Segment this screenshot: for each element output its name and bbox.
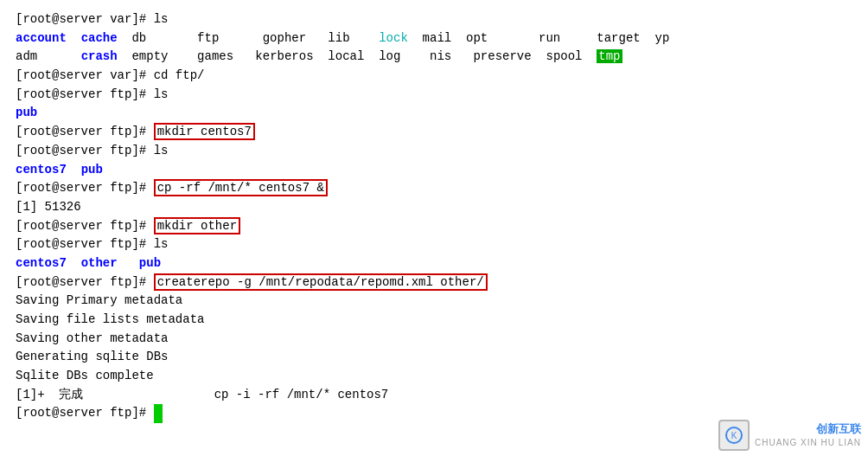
watermark-pinyin: CHUANG XIN HU LIAN xyxy=(755,437,861,448)
watermark-text: 创新互联 CHUANG XIN HU LIAN xyxy=(755,422,861,448)
dir-preserve: preserve xyxy=(473,49,531,63)
bg-job: [1] 51326 xyxy=(16,200,81,214)
dir-yp: yp xyxy=(655,31,670,45)
line-8: [root@server ftp]# ls xyxy=(16,142,852,161)
prompt: [root@server var]# xyxy=(16,68,154,82)
line-14: centos7 other pub xyxy=(16,254,852,273)
dir-adm: adm xyxy=(16,49,37,63)
dir-run: run xyxy=(539,31,560,45)
dir-gopher: gopher xyxy=(263,31,306,45)
dir-crash: crash xyxy=(81,49,118,63)
dir-other: other xyxy=(81,256,118,270)
line-12: [root@server ftp]# mkdir other xyxy=(16,217,852,236)
prompt: [root@server ftp]# xyxy=(16,406,154,420)
cursor xyxy=(154,404,163,423)
prompt: [root@server ftp]# xyxy=(16,219,154,233)
output-sqlite-complete: Sqlite DBs complete xyxy=(16,369,154,382)
cmd: ls xyxy=(154,12,169,26)
dir-pub: pub xyxy=(139,256,161,270)
watermark-logo-icon: K xyxy=(718,420,750,451)
dir-target: target xyxy=(597,31,640,45)
cmd-mkdir-centos7: mkdir centos7 xyxy=(154,123,255,140)
dir-centos7: centos7 xyxy=(16,256,67,270)
line-6: pub xyxy=(16,104,852,123)
cmd: ls xyxy=(154,237,169,251)
dir-pub: pub xyxy=(16,106,37,119)
line-1: [root@server var]# ls xyxy=(16,10,852,29)
prompt: [root@server ftp]# xyxy=(16,237,154,251)
line-3: adm crash empty games kerberos local log… xyxy=(16,48,852,67)
dir-ftp: ftp xyxy=(197,31,219,45)
line-17: Saving file lists metadata xyxy=(16,311,852,330)
dir-games: games xyxy=(197,49,233,63)
dir-cache: cache xyxy=(81,31,118,45)
output-saving-primary: Saving Primary metadata xyxy=(16,293,182,307)
dir-mail: mail xyxy=(423,31,452,45)
cmd-cp-centos7: cp -rf /mnt/* centos7 & xyxy=(154,179,328,196)
dir-lock: lock xyxy=(379,31,408,45)
dir-centos7: centos7 xyxy=(16,163,67,177)
line-2: account cache db ftp gopher lib lock mai… xyxy=(16,29,852,48)
line-13: [root@server ftp]# ls xyxy=(16,235,852,254)
output-bg-job-done: [1]+ 完成 cp -i -rf /mnt/* centos7 xyxy=(16,388,388,401)
cmd: ls xyxy=(154,87,169,101)
line-4: [root@server var]# cd ftp/ xyxy=(16,67,852,86)
prompt: [root@server ftp]# xyxy=(16,275,154,289)
cmd: ls xyxy=(154,144,169,157)
line-5: [root@server ftp]# ls xyxy=(16,86,852,105)
cmd-mkdir-other: mkdir other xyxy=(154,217,240,234)
dir-pub: pub xyxy=(81,163,103,177)
line-9: centos7 pub xyxy=(16,161,852,180)
line-16: Saving Primary metadata xyxy=(16,292,852,311)
dir-nis: nis xyxy=(430,49,451,63)
cmd: cd ftp/ xyxy=(154,68,205,82)
dir-opt: opt xyxy=(466,31,488,45)
line-11: [1] 51326 xyxy=(16,198,852,217)
dir-lib: lib xyxy=(328,31,349,45)
line-20: Sqlite DBs complete xyxy=(16,367,852,386)
dir-account: account xyxy=(16,31,67,45)
terminal: [root@server var]# ls account cache db f… xyxy=(9,7,859,427)
dir-db: db xyxy=(131,31,146,45)
svg-text:K: K xyxy=(731,431,737,440)
prompt: [root@server ftp]# xyxy=(16,144,154,157)
prompt: [root@server ftp]# xyxy=(16,87,154,101)
output-saving-file-lists: Saving file lists metadata xyxy=(16,312,204,326)
line-7: [root@server ftp]# mkdir centos7 xyxy=(16,123,852,142)
prompt: [root@server ftp]# xyxy=(16,125,154,138)
prompt: [root@server var]# xyxy=(16,12,154,26)
dir-empty: empty xyxy=(131,49,168,63)
watermark-chinese: 创新互联 xyxy=(755,422,861,437)
prompt: [root@server ftp]# xyxy=(16,181,154,195)
dir-spool: spool xyxy=(546,49,582,63)
line-21: [1]+ 完成 cp -i -rf /mnt/* centos7 xyxy=(16,386,852,405)
dir-tmp: tmp xyxy=(597,49,622,63)
cmd-createrepo: createrepo -g /mnt/repodata/repomd.xml o… xyxy=(154,273,488,291)
line-18: Saving other metadata xyxy=(16,330,852,349)
line-10: [root@server ftp]# cp -rf /mnt/* centos7… xyxy=(16,179,852,198)
output-generating-sqlite: Generating sqlite DBs xyxy=(16,350,168,363)
watermark: K 创新互联 CHUANG XIN HU LIAN xyxy=(718,420,861,451)
dir-kerberos: kerberos xyxy=(255,49,313,63)
dir-log: log xyxy=(379,49,400,63)
dir-local: local xyxy=(328,49,364,63)
line-19: Generating sqlite DBs xyxy=(16,348,852,367)
line-15: [root@server ftp]# createrepo -g /mnt/re… xyxy=(16,273,852,292)
output-saving-other: Saving other metadata xyxy=(16,331,168,345)
